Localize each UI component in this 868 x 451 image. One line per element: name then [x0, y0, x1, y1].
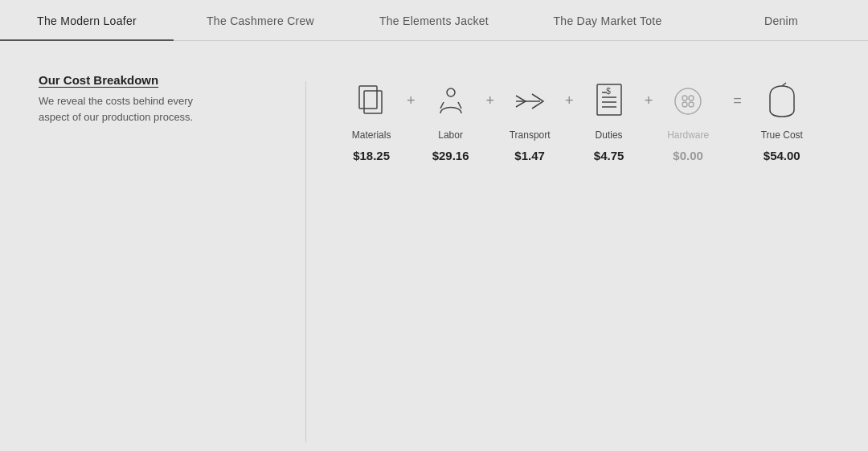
materials-icon	[351, 81, 391, 121]
tab-bar: The Modern Loafer The Cashmere Crew The …	[0, 0, 868, 41]
tab-modern-loafer[interactable]: The Modern Loafer	[0, 0, 174, 40]
svg-point-11	[675, 88, 701, 114]
labor-icon	[431, 81, 471, 121]
svg-text:$: $	[606, 87, 611, 96]
tab-elements-jacket[interactable]: The Elements Jacket	[347, 0, 521, 40]
operator-plus-4: +	[641, 92, 657, 109]
cost-breakdown-right: Materials $18.25 + Labor $29.16 +	[306, 73, 868, 442]
true-cost-label: True Cost	[761, 129, 803, 141]
transport-icon	[510, 81, 550, 121]
cost-breakdown-title: Our Cost Breakdown	[39, 73, 305, 87]
svg-rect-0	[359, 86, 377, 109]
cost-breakdown-left: Our Cost Breakdown We reveal the costs b…	[0, 73, 305, 442]
svg-line-3	[440, 102, 444, 109]
duties-value: $4.75	[594, 149, 624, 162]
svg-point-2	[447, 88, 455, 96]
cost-item-transport: Transport $1.47	[497, 81, 562, 162]
materials-label: Materials	[352, 129, 391, 141]
cost-breakdown-desc: We reveal the costs behind every aspect …	[39, 93, 215, 125]
cost-item-true-cost: True Cost $54.00	[761, 81, 803, 162]
operator-equals: =	[730, 92, 745, 109]
svg-point-15	[689, 102, 694, 107]
hardware-label: Hardware	[667, 129, 709, 141]
labor-label: Labor	[438, 129, 463, 141]
tab-cashmere-crew[interactable]: The Cashmere Crew	[174, 0, 347, 40]
hardware-icon	[668, 81, 708, 121]
cost-item-materials: Materials $18.25	[339, 81, 403, 162]
cost-breakdown-row: Materials $18.25 + Labor $29.16 +	[306, 73, 836, 187]
true-cost-value: $54.00	[764, 149, 800, 162]
cost-item-labor: Labor $29.16	[419, 81, 483, 162]
transport-value: $1.47	[514, 149, 545, 162]
svg-point-14	[682, 102, 687, 107]
labor-value: $29.16	[432, 149, 469, 162]
tab-day-market-tote[interactable]: The Day Market Tote	[521, 0, 694, 40]
operator-plus-3: +	[562, 92, 577, 109]
cost-item-duties: $ Duties $4.75	[577, 81, 641, 162]
materials-value: $18.25	[353, 149, 390, 162]
true-cost-icon	[762, 81, 802, 121]
tab-denim[interactable]: Denim	[694, 0, 868, 40]
operator-plus-1: +	[403, 92, 419, 109]
duties-label: Duties	[596, 129, 623, 141]
duties-icon: $	[589, 81, 629, 121]
transport-label: Transport	[510, 129, 551, 141]
main-content: Our Cost Breakdown We reveal the costs b…	[0, 41, 868, 442]
svg-line-4	[458, 102, 461, 109]
svg-point-12	[682, 96, 687, 100]
svg-rect-1	[364, 91, 382, 113]
hardware-value: $0.00	[673, 149, 703, 162]
cost-item-hardware: Hardware $0.00	[656, 81, 720, 162]
operator-plus-2: +	[483, 92, 498, 109]
svg-point-13	[689, 96, 694, 100]
